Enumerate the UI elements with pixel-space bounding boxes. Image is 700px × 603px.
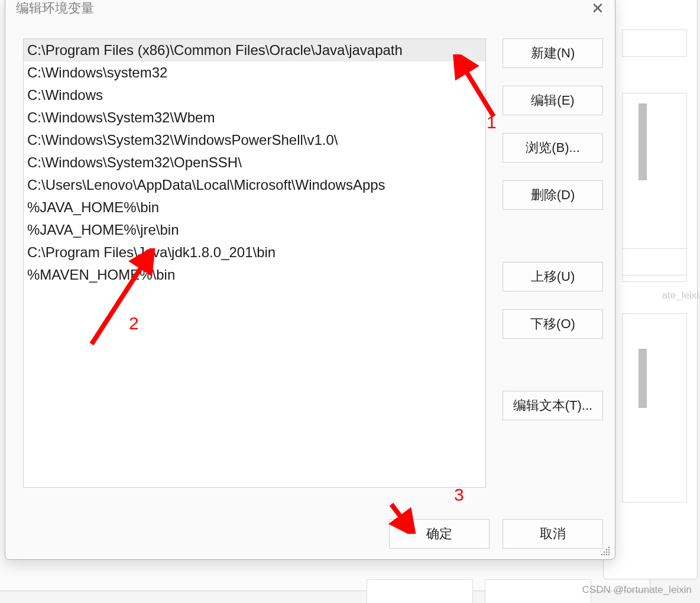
list-item[interactable]: C:\Users\Lenovo\AppData\Local\Microsoft\… (24, 174, 485, 196)
bg-scrollbar (639, 349, 647, 408)
list-item[interactable]: %MAVEN_HOME%\bin (24, 264, 485, 286)
list-item[interactable]: C:\Windows\system32 (24, 61, 485, 84)
edit-text-button[interactable]: 编辑文本(T)... (503, 391, 603, 420)
side-button-column: 新建(N) 编辑(E) 浏览(B)... 删除(D) 上移(U) 下移(O) 编… (503, 38, 603, 488)
svg-point-8 (606, 554, 607, 555)
svg-point-7 (604, 554, 605, 555)
spacer (503, 228, 603, 244)
button-group-move: 上移(U) 下移(O) (503, 262, 603, 339)
ok-button[interactable]: 确定 (389, 519, 490, 549)
svg-point-5 (608, 552, 610, 553)
list-item[interactable]: C:\Windows\System32\WindowsPowerShell\v1… (24, 129, 485, 151)
svg-point-2 (608, 549, 610, 550)
bg-panel (622, 248, 687, 275)
annotation-label-3: 3 (454, 485, 464, 505)
bg-watermark: ate_leixi (662, 290, 699, 302)
svg-point-1 (606, 549, 607, 550)
annotation-label-2: 2 (129, 313, 139, 333)
cancel-button[interactable]: 取消 (503, 519, 603, 549)
bg-panel (622, 30, 687, 57)
list-item[interactable]: C:\Windows (24, 84, 485, 106)
browse-button[interactable]: 浏览(B)... (503, 133, 603, 163)
spacer (503, 356, 603, 373)
list-item[interactable]: C:\Windows\System32\OpenSSH\ (24, 151, 485, 174)
bg-scrollbar (639, 103, 647, 180)
bg-bottom-button (367, 579, 473, 603)
titlebar: 编辑环境变量 ✕ (5, 0, 615, 21)
svg-point-4 (606, 552, 607, 553)
button-group-edits: 新建(N) 编辑(E) 浏览(B)... 删除(D) (503, 38, 603, 210)
dialog-footer: 确定 取消 (389, 519, 603, 549)
resize-grip-icon[interactable] (599, 545, 611, 557)
list-item[interactable]: C:\Program Files\Java\jdk1.8.0_201\bin (24, 241, 485, 264)
svg-point-6 (601, 554, 602, 555)
dialog-body: C:\Program Files (x86)\Common Files\Orac… (5, 21, 615, 494)
dialog-title: 编辑环境变量 (16, 0, 94, 17)
move-down-button[interactable]: 下移(O) (503, 309, 603, 339)
svg-point-0 (608, 547, 610, 548)
watermark: CSDN @fortunate_leixin (582, 584, 692, 596)
move-up-button[interactable]: 上移(U) (503, 262, 603, 291)
close-icon[interactable]: ✕ (589, 0, 607, 17)
new-button[interactable]: 新建(N) (503, 38, 603, 68)
svg-point-3 (604, 552, 605, 553)
list-item[interactable]: %JAVA_HOME%\bin (24, 196, 485, 219)
list-item[interactable]: %JAVA_HOME%\jre\bin (24, 219, 485, 241)
path-listbox[interactable]: C:\Program Files (x86)\Common Files\Orac… (23, 38, 486, 488)
edit-env-variable-dialog: 编辑环境变量 ✕ C:\Program Files (x86)\Common F… (5, 0, 615, 560)
list-item[interactable]: C:\Windows\System32\Wbem (24, 106, 485, 129)
svg-point-9 (608, 554, 610, 555)
annotation-label-1: 1 (487, 112, 497, 132)
delete-button[interactable]: 删除(D) (503, 180, 603, 210)
bg-panel (622, 313, 687, 502)
edit-button[interactable]: 编辑(E) (503, 86, 603, 115)
bg-bottom-button (485, 579, 591, 603)
list-item[interactable]: C:\Program Files (x86)\Common Files\Orac… (24, 39, 485, 61)
